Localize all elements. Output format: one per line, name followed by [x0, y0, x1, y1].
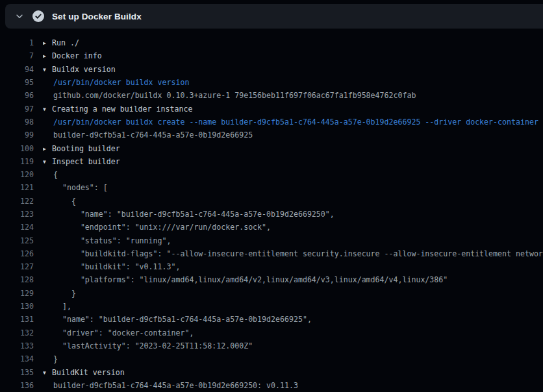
line-number[interactable]: 122 [0, 197, 34, 206]
line-number[interactable]: 125 [0, 236, 34, 245]
log-line: 125 "status": "running", [0, 234, 543, 247]
line-number[interactable]: 129 [0, 289, 34, 298]
log-line: 133 "lastActivity": "2023-02-25T11:58:12… [0, 339, 543, 352]
line-number[interactable]: 121 [0, 183, 34, 192]
line-number[interactable]: 100 [0, 144, 34, 153]
line-number[interactable]: 7 [0, 51, 34, 60]
output-text: "platforms": "linux/amd64,linux/amd64/v2… [43, 275, 543, 284]
log-line: 98/usr/bin/docker buildx create --name b… [0, 116, 543, 129]
triangle-right-icon[interactable]: ▶ [43, 53, 52, 59]
group-title[interactable]: ▶Booting builder [43, 144, 543, 153]
line-number[interactable]: 135 [0, 368, 34, 377]
log-line: 121 "nodes": [ [0, 181, 543, 194]
output-text: "name": "builder-d9cfb5a1-c764-445a-a57e… [43, 315, 543, 324]
step-header[interactable]: Set up Docker Buildx [5, 4, 543, 29]
log-line: 136builder-d9cfb5a1-c764-445a-a57e-0b19d… [0, 379, 543, 392]
group-title[interactable]: ▶Docker info [43, 51, 543, 60]
line-number[interactable]: 98 [0, 117, 34, 127]
log-line: 134} [0, 352, 543, 365]
log-line: 130 ], [0, 300, 543, 313]
line-number[interactable]: 120 [0, 170, 34, 179]
output-text: github.com/docker/buildx 0.10.3+azure-1 … [43, 91, 543, 100]
output-text: "nodes": [ [43, 183, 543, 192]
log-line: 95/usr/bin/docker buildx version [0, 76, 543, 89]
log-line: 131 "name": "builder-d9cfb5a1-c764-445a-… [0, 313, 543, 326]
line-number[interactable]: 1 [0, 38, 34, 47]
log-group-row: 119▼Inspect builder [0, 155, 543, 168]
output-text: } [43, 289, 543, 298]
output-text: "lastActivity": "2023-02-25T11:58:12.000… [43, 341, 543, 350]
log-line: 132 "driver": "docker-container", [0, 326, 543, 339]
command-text: /usr/bin/docker buildx version [43, 78, 543, 87]
line-number[interactable]: 94 [0, 65, 34, 74]
output-text: builder-d9cfb5a1-c764-445a-a57e-0b19d2e6… [43, 130, 543, 140]
check-circle-icon [32, 10, 44, 22]
triangle-down-icon[interactable]: ▼ [43, 159, 52, 165]
triangle-down-icon[interactable]: ▼ [43, 370, 52, 376]
line-number[interactable]: 133 [0, 341, 34, 350]
line-number[interactable]: 119 [0, 157, 34, 166]
log-line: 123 "name": "builder-d9cfb5a1-c764-445a-… [0, 208, 543, 221]
line-number[interactable]: 128 [0, 275, 34, 284]
output-text: "driver": "docker-container", [43, 328, 543, 337]
output-text: { [43, 197, 543, 206]
output-text: ], [43, 302, 543, 311]
triangle-right-icon[interactable]: ▶ [43, 146, 52, 152]
log-group-row: 94▼Buildx version [0, 63, 543, 76]
line-number[interactable]: 126 [0, 249, 34, 258]
triangle-down-icon[interactable]: ▼ [43, 67, 52, 73]
line-number[interactable]: 96 [0, 91, 34, 100]
log-line: 120{ [0, 168, 543, 181]
chevron-down-icon[interactable] [12, 8, 27, 24]
triangle-down-icon[interactable]: ▼ [43, 106, 52, 112]
log-group-row: 1▶Run ./ [0, 36, 543, 49]
actions-log-viewer: { "header": { "title": "Set up Docker Bu… [0, 0, 543, 392]
output-text: "status": "running", [43, 236, 543, 245]
output-text: "name": "builder-d9cfb5a1-c764-445a-a57e… [43, 210, 543, 219]
group-title[interactable]: ▶Run ./ [43, 38, 543, 47]
triangle-right-icon[interactable]: ▶ [43, 40, 52, 46]
log-line: 122 { [0, 195, 543, 208]
log-line: 129 } [0, 287, 543, 300]
log-group-row: 135▼BuildKit version [0, 365, 543, 378]
output-text: builder-d9cfb5a1-c764-445a-a57e-0b19d2e6… [43, 381, 543, 390]
group-title[interactable]: ▼Inspect builder [43, 157, 543, 166]
line-number[interactable]: 136 [0, 381, 34, 390]
log-group-row: 7▶Docker info [0, 49, 543, 62]
log-group-row: 100▶Booting builder [0, 141, 543, 154]
output-text: "buildkitd-flags": "--allow-insecure-ent… [43, 249, 543, 258]
line-number[interactable]: 127 [0, 262, 34, 271]
line-number[interactable]: 131 [0, 315, 34, 324]
log-line: 124 "endpoint": "unix:///var/run/docker.… [0, 221, 543, 234]
line-number[interactable]: 130 [0, 302, 34, 311]
output-text: "endpoint": "unix:///var/run/docker.sock… [43, 223, 543, 232]
log-line: 126 "buildkitd-flags": "--allow-insecure… [0, 247, 543, 260]
line-number[interactable]: 95 [0, 78, 34, 87]
log-line: 128 "platforms": "linux/amd64,linux/amd6… [0, 273, 543, 286]
line-number[interactable]: 97 [0, 104, 34, 114]
output-text: "buildkit": "v0.11.3", [43, 262, 543, 271]
group-title[interactable]: ▼Creating a new builder instance [43, 104, 543, 114]
line-number[interactable]: 134 [0, 354, 34, 363]
group-title[interactable]: ▼Buildx version [43, 65, 543, 74]
group-title[interactable]: ▼BuildKit version [43, 368, 543, 377]
log-output: 1▶Run ./7▶Docker info94▼Buildx version95… [0, 36, 543, 392]
command-text: /usr/bin/docker buildx create --name bui… [43, 117, 543, 127]
output-text: } [43, 354, 543, 363]
line-number[interactable]: 132 [0, 328, 34, 337]
log-line: 96github.com/docker/buildx 0.10.3+azure-… [0, 89, 543, 102]
log-line: 99builder-d9cfb5a1-c764-445a-a57e-0b19d2… [0, 129, 543, 141]
output-text: { [43, 170, 543, 179]
step-title: Set up Docker Buildx [52, 12, 142, 21]
log-group-row: 97▼Creating a new builder instance [0, 102, 543, 115]
log-line: 127 "buildkit": "v0.11.3", [0, 260, 543, 273]
line-number[interactable]: 123 [0, 210, 34, 219]
line-number[interactable]: 99 [0, 130, 34, 140]
line-number[interactable]: 124 [0, 223, 34, 232]
